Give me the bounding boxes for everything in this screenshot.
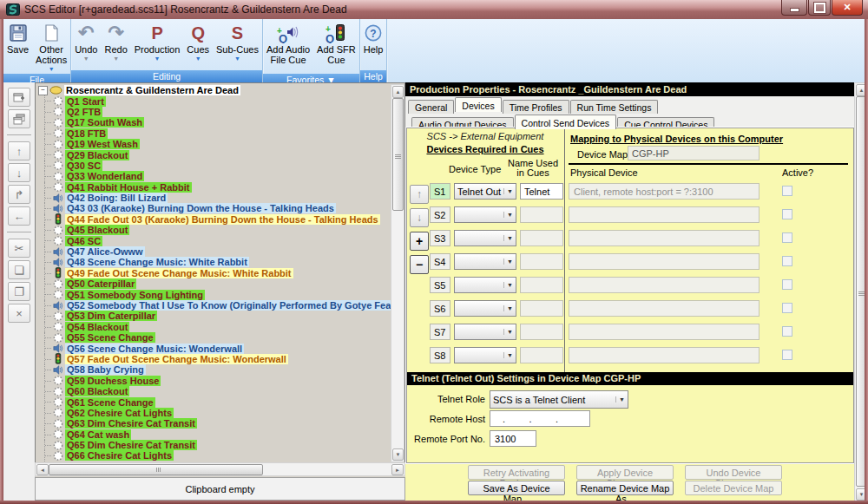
tree-item[interactable]: Q29 Blackout <box>38 149 391 160</box>
apply-device-changes-button[interactable]: Apply Device Changes <box>576 465 674 480</box>
scroll-up-icon[interactable]: ▲ <box>392 86 404 98</box>
dropdown-arrow-icon[interactable]: ▼ <box>83 55 89 63</box>
collapse-icon[interactable]: − <box>38 86 48 95</box>
help-button[interactable]: ?Help <box>360 19 387 70</box>
tree-item[interactable]: Q41 Rabbit House + Rabbit <box>38 182 391 193</box>
sub-cues-button[interactable]: SSub-Cues▼ <box>213 19 262 70</box>
move-cue-left-icon[interactable]: ← <box>8 206 30 226</box>
tree-item[interactable]: Q18 FTB <box>38 128 391 139</box>
dropdown-arrow-icon[interactable]: ▼ <box>234 55 240 63</box>
tab-devices[interactable]: Devices <box>455 97 501 112</box>
active-checkbox[interactable] <box>782 279 792 290</box>
copy-icon[interactable]: ❏ <box>8 260 30 279</box>
tree-item[interactable]: Q52 Somebody That I Use To Know (Origina… <box>38 300 391 311</box>
tree-item[interactable]: Q59 Duchess House <box>38 376 391 386</box>
name-in-cues-field[interactable] <box>520 253 563 270</box>
tab-general[interactable]: General <box>408 100 454 114</box>
active-checkbox[interactable] <box>782 350 792 360</box>
active-checkbox[interactable] <box>782 186 792 196</box>
undo-button[interactable]: ↶Undo▼ <box>71 19 101 70</box>
device-type-select[interactable]: ▼ <box>454 324 516 340</box>
subtab-control-send-devices[interactable]: Control Send Devices <box>515 115 617 129</box>
tree-item[interactable]: Q54 Blackout <box>38 322 391 332</box>
device-type-select[interactable]: ▼ <box>454 347 516 363</box>
delete-icon[interactable]: × <box>8 304 30 323</box>
name-in-cues-field[interactable] <box>520 324 563 340</box>
tree-item[interactable]: Q17 South Wash <box>38 117 391 128</box>
tree-item[interactable]: Q44 Fade Out 03 (Karaoke) Burning Down t… <box>38 214 391 225</box>
delete-device-map-button[interactable]: Delete Device Map <box>685 481 782 495</box>
device-type-select[interactable]: Telnet Out▼ <box>454 183 516 200</box>
cues-button[interactable]: QCues▼ <box>183 19 213 70</box>
save-as-device-map-button[interactable]: Save As Device Map... <box>468 481 565 495</box>
tree-item[interactable]: Q49 Fade Out Scene Change Music: White R… <box>38 268 391 278</box>
tree-item[interactable]: Q58 Baby Crying <box>38 364 391 375</box>
device-type-select[interactable]: ▼ <box>454 300 516 317</box>
add-audio-file-cue-button[interactable]: +QAdd Audio File Cue <box>263 19 313 74</box>
name-in-cues-field[interactable]: Telnet <box>520 183 563 200</box>
tree-item[interactable]: Q55 Scene Change <box>38 332 391 343</box>
undo-device-changes-button[interactable]: Undo Device Changes <box>685 465 782 480</box>
save-button[interactable]: Save <box>3 19 32 74</box>
tree-item[interactable]: Q2 FTB <box>38 107 391 117</box>
tree-item[interactable]: Q19 West Wash <box>38 139 391 149</box>
tree-item[interactable]: Q53 Dim Caterpillar <box>38 311 391 321</box>
paste-icon[interactable]: ❐ <box>8 282 30 301</box>
device-type-select[interactable]: ▼ <box>454 230 516 246</box>
tree-vscroll-thumb[interactable] <box>392 98 404 211</box>
tree-item[interactable]: Q64 Cat wash <box>38 429 391 440</box>
cut-icon[interactable]: ✂ <box>8 239 30 258</box>
scroll-down-icon[interactable]: ▼ <box>392 448 404 461</box>
production-button[interactable]: PProduction▼ <box>131 19 184 70</box>
tree-item[interactable]: Q42 Boing: Bill Lizard <box>38 193 391 203</box>
tree-item[interactable]: Q50 Caterpillar <box>38 278 391 289</box>
tree-item[interactable]: Q57 Fade Out Scene Change Music: Wonderw… <box>38 354 391 364</box>
name-in-cues-field[interactable] <box>520 347 563 363</box>
dropdown-arrow-icon[interactable]: ▼ <box>195 55 201 63</box>
tree-item[interactable]: Q61 Scene Change <box>38 396 391 407</box>
active-checkbox[interactable] <box>782 326 792 337</box>
dropdown-arrow-icon[interactable]: ▼ <box>113 55 119 63</box>
tree-item[interactable]: Q51 Somebody Song Lighting <box>38 289 391 299</box>
dropdown-arrow-icon[interactable]: ▼ <box>155 55 161 63</box>
name-in-cues-field[interactable] <box>520 206 563 223</box>
tree-item[interactable]: Q63 Dim Chesire Cat Transit <box>38 418 391 429</box>
title-bar[interactable]: SCS Editor [r+garedead.scs11] Rosencrant… <box>0 0 868 20</box>
device-type-select[interactable]: ▼ <box>454 206 516 223</box>
move-cue-down-icon[interactable]: ↓ <box>8 163 30 182</box>
tree-root-item[interactable]: −Rosencrantz & Guildenstern Are Dead <box>38 85 391 95</box>
tab-time-profiles[interactable]: Time Profiles <box>503 100 569 114</box>
tree-item[interactable]: Q65 Dim Chesire Cat Transit <box>38 440 391 450</box>
tree-item[interactable]: Q47 Alice-Owww <box>38 246 391 257</box>
other-actions-button[interactable]: Other Actions▼ <box>32 19 70 74</box>
close-button[interactable]: ✕ <box>832 0 863 16</box>
remote-port-field[interactable]: 3100 <box>490 430 536 447</box>
tree-horizontal-scrollbar[interactable]: ◄ ► <box>35 462 405 476</box>
telnet-role-select[interactable]: SCS is a Telnet Client ▼ <box>490 390 628 409</box>
active-checkbox[interactable] <box>782 209 792 219</box>
tree-item[interactable]: Q30 SC <box>38 160 391 171</box>
tree-item[interactable]: Q48 Scene Change Music: White Rabbit <box>38 257 391 267</box>
tree-item[interactable]: Q66 Chesire Cat Lights <box>38 450 391 461</box>
tree-item[interactable]: Q43 03 (Karaoke) Burning Down the House … <box>38 203 391 213</box>
active-checkbox[interactable] <box>782 232 792 243</box>
tree-item[interactable]: Q62 Chesire Cat Lights <box>38 408 391 418</box>
move-cue-up-icon[interactable]: ↑ <box>8 141 30 160</box>
maximize-button[interactable] <box>808 0 831 16</box>
device-type-select[interactable]: ▼ <box>454 277 516 293</box>
tree-vertical-scrollbar[interactable]: ▲ ▼ <box>391 84 404 462</box>
tree-item[interactable]: Q46 SC <box>38 235 391 245</box>
add-sfr-cue-button[interactable]: +QAdd SFR Cue <box>313 19 359 74</box>
window-cascade-icon[interactable] <box>8 109 30 128</box>
tree-item[interactable]: Q1 Start <box>38 95 391 106</box>
tree-item[interactable]: Q60 Blackout <box>38 386 391 396</box>
rename-device-map-button[interactable]: Rename Device Map As... <box>576 481 674 495</box>
tree-item[interactable]: Q33 Wonderland <box>38 171 391 181</box>
device-type-select[interactable]: ▼ <box>454 253 516 270</box>
minimize-button[interactable] <box>781 0 807 16</box>
scroll-left-icon[interactable]: ◄ <box>36 464 49 475</box>
scroll-right-icon[interactable]: ► <box>391 464 404 475</box>
dropdown-arrow-icon[interactable]: ▼ <box>49 65 55 74</box>
move-cue-top-icon[interactable]: ↱ <box>8 185 30 204</box>
redo-button[interactable]: ↷Redo▼ <box>101 19 130 70</box>
